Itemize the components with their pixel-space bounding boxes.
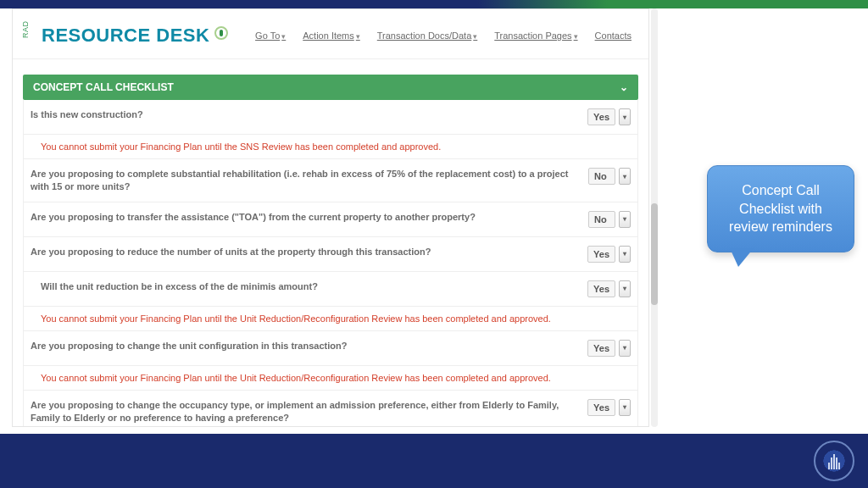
- question-row: Will the unit reduction be in excess of …: [24, 272, 637, 307]
- chevron-down-icon[interactable]: ▾: [619, 211, 631, 228]
- question-row: Is this new construction? Yes ▾: [24, 100, 637, 135]
- nav-goto[interactable]: Go To▾: [255, 30, 286, 41]
- scrollbar-thumb[interactable]: [651, 203, 658, 305]
- question-text: Are you proposing to change the occupanc…: [31, 399, 570, 424]
- question-text: Are you proposing to reduce the number o…: [31, 246, 570, 258]
- select-value: Yes: [587, 399, 615, 416]
- panel-header[interactable]: CONCEPT CALL CHECKLIST ⌄: [23, 75, 638, 100]
- checklist: Is this new construction? Yes ▾ You cann…: [23, 100, 638, 427]
- app-header: RAD RESOURCE DESK Go To▾ Action Items▾ T…: [13, 9, 648, 59]
- chevron-down-icon: ▾: [281, 32, 286, 41]
- question-text: Are you proposing to transfer the assist…: [31, 211, 571, 224]
- chevron-down-icon[interactable]: ▾: [619, 168, 631, 185]
- main-nav: Go To▾ Action Items▾ Transaction Docs/Da…: [255, 30, 632, 41]
- answer-select[interactable]: Yes ▾: [587, 280, 631, 297]
- panel-title: CONCEPT CALL CHECKLIST: [33, 81, 174, 93]
- question-text: Are you proposing to complete substantia…: [31, 168, 571, 193]
- question-row: Are you proposing to complete substantia…: [24, 159, 637, 202]
- chevron-down-icon: ▾: [473, 32, 477, 41]
- select-value: Yes: [587, 280, 615, 297]
- answer-select[interactable]: Yes ▾: [587, 340, 631, 357]
- chevron-down-icon: ▾: [574, 32, 578, 41]
- answer-select[interactable]: No ▾: [588, 168, 631, 185]
- chevron-down-icon[interactable]: ▾: [619, 246, 631, 263]
- brand-pre: RAD: [21, 30, 30, 38]
- question-text: Are you proposing to change the unit con…: [31, 340, 570, 352]
- answer-select[interactable]: No ▾: [588, 211, 631, 228]
- select-value: No: [588, 211, 615, 228]
- nav-txn-pages[interactable]: Transaction Pages▾: [494, 30, 577, 41]
- brand-logo-icon: [214, 26, 228, 40]
- nav-action-items[interactable]: Action Items▾: [303, 30, 360, 41]
- question-row: Are you proposing to change the occupanc…: [24, 391, 637, 427]
- chevron-down-icon[interactable]: ▾: [619, 399, 631, 416]
- chevron-down-icon: ▾: [356, 32, 360, 41]
- question-text: Will the unit reduction be in excess of …: [31, 280, 570, 293]
- question-row: Are you proposing to change the unit con…: [24, 331, 637, 366]
- chevron-down-icon[interactable]: ▾: [619, 108, 631, 125]
- answer-select[interactable]: Yes ▾: [587, 399, 631, 416]
- chevron-down-icon[interactable]: ▾: [619, 340, 631, 357]
- answer-select[interactable]: Yes ▾: [587, 108, 631, 125]
- scrollbar[interactable]: [651, 8, 658, 427]
- top-strip: [0, 0, 868, 8]
- callout-bubble: Concept Call Checklist with review remin…: [707, 165, 854, 252]
- chevron-down-icon[interactable]: ▾: [619, 280, 631, 297]
- select-value: Yes: [587, 340, 615, 357]
- app-window: RAD RESOURCE DESK Go To▾ Action Items▾ T…: [12, 8, 649, 427]
- answer-select[interactable]: Yes ▾: [587, 246, 631, 263]
- select-value: Yes: [587, 246, 615, 263]
- review-warning: You cannot submit your Financing Plan un…: [24, 366, 637, 391]
- select-value: No: [588, 168, 615, 185]
- footer-bar: [0, 434, 868, 488]
- question-text: Is this new construction?: [31, 108, 570, 121]
- review-warning: You cannot submit your Financing Plan un…: [24, 135, 637, 159]
- brand: RAD RESOURCE DESK: [30, 25, 228, 47]
- chevron-down-icon: ⌄: [620, 81, 628, 93]
- select-value: Yes: [587, 108, 615, 125]
- hud-seal-icon: [814, 441, 854, 481]
- app-body: CONCEPT CALL CHECKLIST ⌄ Is this new con…: [13, 59, 648, 427]
- nav-contacts[interactable]: Contacts: [595, 30, 632, 41]
- question-row: Are you proposing to reduce the number o…: [24, 237, 637, 272]
- brand-title: RESOURCE DESK: [42, 25, 209, 47]
- nav-txn-docs[interactable]: Transaction Docs/Data▾: [377, 30, 477, 41]
- callout-text: Concept Call Checklist with review remin…: [729, 183, 832, 234]
- question-row: Are you proposing to transfer the assist…: [24, 202, 637, 237]
- review-warning: You cannot submit your Financing Plan un…: [24, 307, 637, 331]
